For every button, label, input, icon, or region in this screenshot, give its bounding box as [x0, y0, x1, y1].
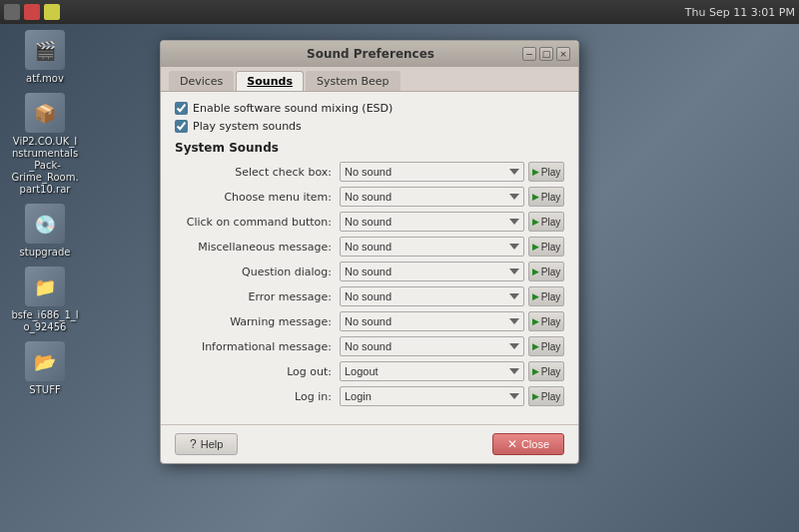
enable-mixing-row: Enable software sound mixing (ESD): [175, 102, 564, 115]
enable-mixing-checkbox[interactable]: [175, 102, 188, 115]
login-play[interactable]: ▶ Play: [528, 386, 564, 406]
dialog-title: Sound Preferences: [219, 47, 522, 61]
warning-play[interactable]: ▶ Play: [528, 311, 564, 331]
taskbar: Thu Sep 11 3:01 PM: [0, 0, 799, 24]
play-label-9: Play: [541, 391, 560, 402]
close-button[interactable]: ×: [556, 47, 570, 61]
click-command-play[interactable]: ▶ Play: [528, 212, 564, 232]
play-label-2: Play: [541, 217, 560, 228]
misc-select[interactable]: No sound: [340, 237, 524, 257]
desktop: Thu Sep 11 3:01 PM 🎬 atf.mov 📦 ViP2.CO.U…: [0, 0, 799, 532]
misc-label: Miscellaneous message:: [175, 241, 340, 254]
taskbar-left: [4, 4, 60, 20]
play-label-4: Play: [541, 266, 560, 277]
taskbar-icon-3[interactable]: [44, 4, 60, 20]
bsfe-icon: 📁: [25, 266, 65, 306]
desktop-icon-stuff[interactable]: 📂 STUFF: [10, 341, 80, 396]
choose-menu-label: Choose menu item:: [175, 191, 340, 204]
play-label-6: Play: [541, 316, 560, 327]
vip2-label: ViP2.CO.UK_Instrumentals_Pack-Grime_Room…: [10, 136, 80, 196]
enable-mixing-label: Enable software sound mixing (ESD): [193, 102, 393, 115]
dialog-controls: − □ ×: [522, 47, 570, 61]
misc-play[interactable]: ▶ Play: [528, 237, 564, 257]
tab-devices[interactable]: Devices: [169, 71, 234, 91]
error-select[interactable]: No sound: [340, 286, 524, 306]
question-label: Question dialog:: [175, 266, 340, 278]
question-select[interactable]: No sound: [340, 262, 524, 281]
sound-preferences-dialog: Sound Preferences − □ × Devices Sounds S…: [160, 40, 579, 464]
sound-row-question: Question dialog: No sound ▶ Play: [175, 261, 564, 282]
atf-icon: 🎬: [25, 30, 65, 70]
dialog-titlebar: Sound Preferences − □ ×: [161, 41, 578, 67]
play-system-row: Play system sounds: [175, 120, 564, 133]
sound-row-select-checkbox: Select check box: No sound ▶ Play: [175, 161, 564, 183]
taskbar-right: Thu Sep 11 3:01 PM: [685, 6, 795, 19]
error-label: Error message:: [175, 290, 340, 303]
info-label: Informational message:: [175, 340, 340, 353]
play-label-3: Play: [541, 242, 560, 253]
select-checkbox-label: Select check box:: [175, 166, 340, 179]
warning-label: Warning message:: [175, 315, 340, 328]
taskbar-icon-2[interactable]: [24, 4, 40, 20]
close-dialog-button[interactable]: ✕ Close: [492, 433, 564, 455]
play-icon-7: ▶: [532, 341, 539, 351]
play-icon-5: ▶: [532, 291, 539, 301]
play-icon-2: ▶: [532, 217, 539, 227]
help-button[interactable]: ? Help: [175, 433, 238, 455]
sound-row-info: Informational message: No sound ▶ Play: [175, 335, 564, 357]
atf-label: atf.mov: [26, 73, 64, 85]
logout-play[interactable]: ▶ Play: [528, 361, 564, 381]
play-icon-6: ▶: [532, 316, 539, 326]
tab-system-beep[interactable]: System Beep: [306, 71, 400, 91]
choose-menu-play[interactable]: ▶ Play: [528, 187, 564, 207]
sound-row-misc: Miscellaneous message: No sound ▶ Play: [175, 236, 564, 258]
logout-select[interactable]: Logout: [340, 361, 524, 381]
desktop-icon-vip2[interactable]: 📦 ViP2.CO.UK_Instrumentals_Pack-Grime_Ro…: [10, 93, 80, 196]
logout-label: Log out:: [175, 365, 340, 378]
system-sounds-title: System Sounds: [175, 141, 564, 155]
maximize-button[interactable]: □: [539, 47, 553, 61]
taskbar-app-icon[interactable]: [4, 4, 20, 20]
play-icon-4: ▶: [532, 266, 539, 276]
info-select[interactable]: No sound: [340, 336, 524, 356]
question-play[interactable]: ▶ Play: [528, 262, 564, 281]
sound-row-choose-menu: Choose menu item: No sound ▶ Play: [175, 186, 564, 208]
help-label: Help: [201, 438, 224, 450]
click-command-label: Click on command button:: [175, 216, 340, 229]
desktop-icon-stupgrade[interactable]: 💿 stupgrade: [10, 204, 80, 259]
tab-bar: Devices Sounds System Beep: [161, 67, 578, 92]
error-play[interactable]: ▶ Play: [528, 286, 564, 306]
desktop-icon-bsfe[interactable]: 📁 bsfe_i686_1_lo_92456: [10, 266, 80, 333]
sound-row-error: Error message: No sound ▶ Play: [175, 285, 564, 307]
stuff-icon: 📂: [25, 341, 65, 381]
minimize-button[interactable]: −: [522, 47, 536, 61]
click-command-select[interactable]: No sound: [340, 212, 524, 232]
taskbar-time: Thu Sep 11 3:01 PM: [685, 6, 795, 19]
dialog-footer: ? Help ✕ Close: [161, 424, 578, 463]
play-label-8: Play: [541, 366, 560, 377]
play-label-0: Play: [541, 167, 560, 178]
vip2-icon: 📦: [25, 93, 65, 133]
play-label-1: Play: [541, 192, 560, 203]
tab-sounds[interactable]: Sounds: [236, 71, 304, 91]
play-icon-1: ▶: [532, 192, 539, 202]
play-icon-0: ▶: [532, 167, 539, 177]
choose-menu-select[interactable]: No sound: [340, 187, 524, 207]
play-system-checkbox[interactable]: [175, 120, 188, 133]
login-select[interactable]: Login: [340, 386, 524, 406]
close-icon: ✕: [507, 437, 517, 451]
help-icon: ?: [190, 437, 197, 451]
play-system-label: Play system sounds: [193, 120, 302, 133]
select-checkbox-play[interactable]: ▶ Play: [528, 162, 564, 182]
desktop-icon-atf[interactable]: 🎬 atf.mov: [10, 30, 80, 85]
play-icon-9: ▶: [532, 391, 539, 401]
select-checkbox-select[interactable]: No sound: [340, 162, 524, 182]
sound-row-click-command: Click on command button: No sound ▶ Play: [175, 211, 564, 233]
warning-select[interactable]: No sound: [340, 311, 524, 331]
stuff-label: STUFF: [29, 384, 60, 396]
play-label-7: Play: [541, 341, 560, 352]
info-play[interactable]: ▶ Play: [528, 336, 564, 356]
stupgrade-icon: 💿: [25, 204, 65, 244]
close-label: Close: [521, 438, 549, 450]
bsfe-label: bsfe_i686_1_lo_92456: [10, 309, 80, 333]
